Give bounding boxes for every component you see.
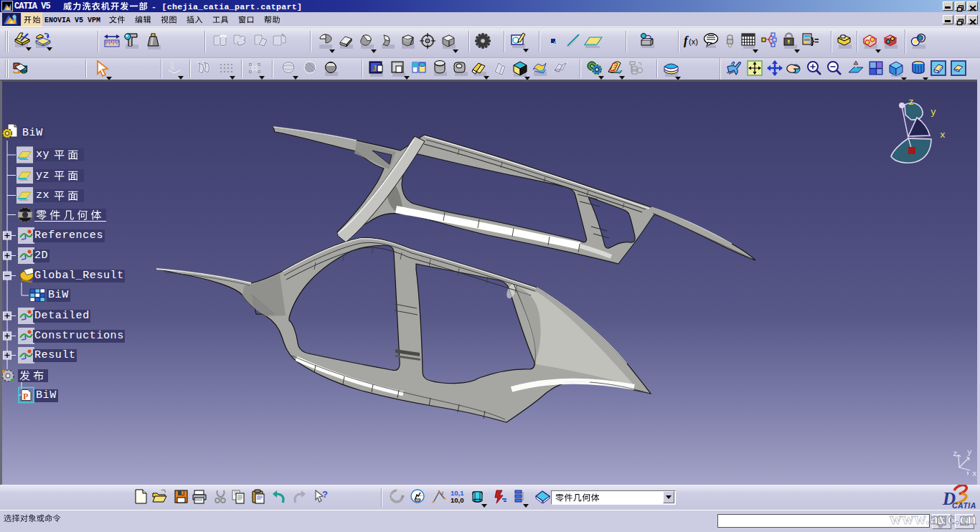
svg-text:z: z bbox=[441, 490, 444, 495]
svg-text:}=: }= bbox=[811, 35, 819, 46]
svg-text:CATIA: CATIA bbox=[952, 501, 976, 510]
svg-text:?: ? bbox=[322, 489, 328, 500]
svg-text:P: P bbox=[23, 391, 28, 402]
svg-text:J: J bbox=[372, 62, 377, 73]
svg-text:10,0: 10,0 bbox=[451, 496, 464, 504]
svg-text:(x): (x) bbox=[689, 37, 698, 46]
